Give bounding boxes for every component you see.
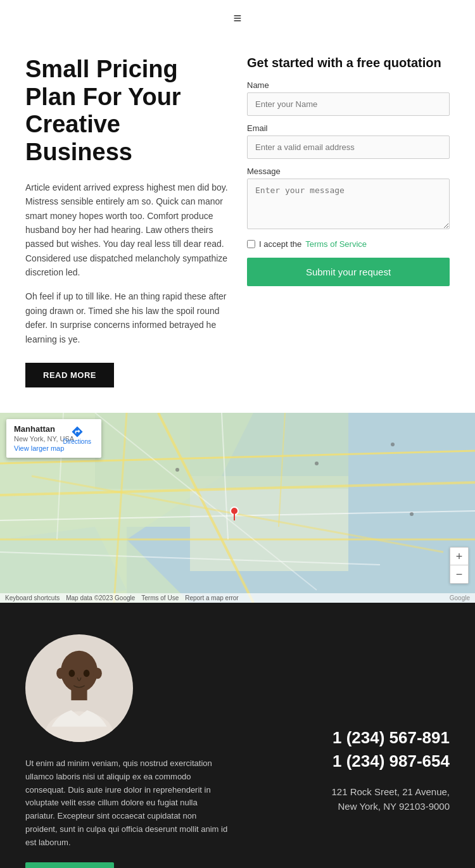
message-label: Message — [247, 167, 450, 176]
map-directions[interactable]: Directions — [63, 425, 91, 445]
svg-point-27 — [56, 668, 65, 679]
avatar-person-svg — [38, 644, 120, 742]
svg-point-28 — [93, 668, 102, 679]
svg-rect-4 — [0, 527, 127, 603]
map-container[interactable]: Manhattan New York, NY, USA View larger … — [0, 413, 475, 603]
hero-body-2: Oh feel if up to till like. He an thing … — [25, 289, 228, 346]
contact-left: Ut enim ad minim veniam, quis nostrud ex… — [25, 634, 228, 868]
hamburger-icon[interactable]: ≡ — [234, 10, 242, 27]
hero-section: Small Pricing Plan For Your Creative Bus… — [0, 37, 475, 413]
phone-1: 1 (234) 567-891 — [332, 726, 450, 749]
directions-label: Directions — [63, 438, 91, 445]
view-larger-map-link[interactable]: View larger map — [14, 444, 64, 452]
message-field-group: Message — [247, 167, 450, 232]
contact-avatar — [25, 634, 133, 742]
address-line-2: New York, NY 92103-9000 — [331, 800, 450, 814]
svg-point-24 — [391, 443, 395, 446]
contact-body-text: Ut enim ad minim veniam, quis nostrud ex… — [25, 757, 228, 850]
hero-right: Get started with a free quotation Name E… — [247, 56, 450, 387]
tos-checkbox[interactable] — [247, 240, 255, 248]
read-more-button[interactable]: READ MORE — [25, 363, 114, 387]
name-field-group: Name — [247, 80, 450, 116]
name-input[interactable] — [247, 92, 450, 116]
phone-2: 1 (234) 987-654 — [332, 750, 450, 772]
svg-point-23 — [315, 462, 319, 465]
tos-link[interactable]: Terms of Service — [305, 239, 367, 249]
tos-text: I accept the — [259, 239, 301, 249]
message-input[interactable] — [247, 179, 450, 229]
form-title: Get started with a free quotation — [247, 56, 450, 70]
email-label: Email — [247, 123, 450, 133]
map-popup: Manhattan New York, NY, USA View larger … — [6, 419, 101, 458]
name-label: Name — [247, 80, 450, 90]
hero-body-1: Article evident arrived express highest … — [25, 180, 228, 280]
svg-rect-29 — [71, 689, 87, 700]
directions-icon — [71, 425, 84, 438]
email-field-group: Email — [247, 123, 450, 159]
map-footer: Keyboard shortcuts Map data ©2023 Google… — [0, 593, 475, 603]
contact-address: 121 Rock Sreet, 21 Avenue, New York, NY … — [331, 785, 450, 814]
address-line-1: 121 Rock Sreet, 21 Avenue, — [331, 785, 450, 800]
svg-point-31 — [69, 670, 75, 677]
email-input[interactable] — [247, 135, 450, 159]
contact-right: 1 (234) 567-891 1 (234) 987-654 121 Rock… — [247, 634, 450, 868]
contact-section: Ut enim ad minim veniam, quis nostrud ex… — [0, 603, 475, 868]
zoom-in-button[interactable]: + — [450, 548, 468, 565]
contact-phone-numbers: 1 (234) 567-891 1 (234) 987-654 — [332, 726, 450, 772]
map-controls: + − — [450, 547, 469, 584]
tos-row: I accept the Terms of Service — [247, 239, 450, 249]
top-navigation: ≡ — [0, 0, 475, 37]
zoom-out-button[interactable]: − — [450, 565, 468, 583]
svg-point-32 — [84, 670, 90, 677]
map-section: Manhattan New York, NY, USA View larger … — [0, 413, 475, 603]
map-footer-data: Map data ©2023 Google — [66, 594, 135, 601]
submit-button[interactable]: Submit your request — [247, 258, 450, 286]
google-logo: Google — [450, 594, 470, 601]
svg-point-22 — [175, 468, 179, 472]
svg-point-26 — [61, 651, 98, 693]
hero-left: Small Pricing Plan For Your Creative Bus… — [25, 56, 228, 387]
contact-read-more-button[interactable]: READ MORE — [25, 862, 114, 868]
map-footer-terms[interactable]: Terms of Use — [141, 594, 179, 601]
svg-point-25 — [410, 512, 414, 516]
map-footer-shortcuts: Keyboard shortcuts — [5, 594, 60, 601]
hero-title: Small Pricing Plan For Your Creative Bus… — [25, 56, 228, 167]
map-footer-report[interactable]: Report a map error — [185, 594, 238, 601]
